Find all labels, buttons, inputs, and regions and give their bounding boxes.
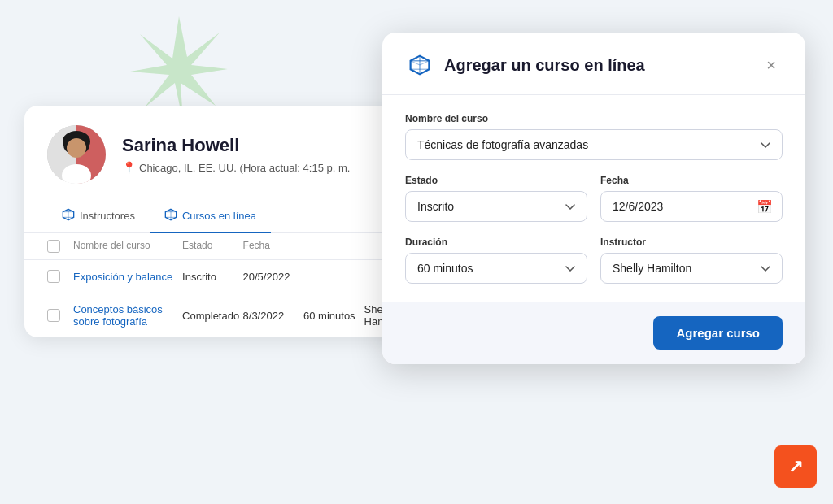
duracion-instructor-row: Duración 60 minutos Instructor Shelly Ha… xyxy=(405,237,783,284)
header-checkbox[interactable] xyxy=(47,240,60,253)
modal-footer: Agregar curso xyxy=(382,302,805,364)
profile-location: 📍 Chicago, IL, EE. UU. (Hora actual: 4:1… xyxy=(122,161,350,174)
corner-action-button[interactable]: ↗ xyxy=(774,445,817,488)
close-button[interactable]: × xyxy=(760,54,783,76)
fecha-input[interactable] xyxy=(600,191,783,222)
row2-course-name[interactable]: Conceptos básicos sobre fotografía xyxy=(73,303,182,328)
fecha-group: Fecha 📅 xyxy=(600,175,783,222)
row1-checkbox[interactable] xyxy=(47,270,60,283)
profile-info: Sarina Howell 📍 Chicago, IL, EE. UU. (Ho… xyxy=(122,135,350,174)
row1-estado: Inscrito xyxy=(182,271,242,283)
estado-label: Estado xyxy=(405,175,587,186)
row2-duracion: 60 minutos xyxy=(303,310,364,322)
add-course-button[interactable]: Agregar curso xyxy=(653,316,783,350)
course-name-select[interactable]: Técnicas de fotografía avanzadas xyxy=(405,129,783,160)
row2-estado: Completado xyxy=(182,310,242,322)
fecha-label: Fecha xyxy=(600,175,783,186)
duracion-label: Duración xyxy=(405,237,587,248)
tab-instructores[interactable]: Instructores xyxy=(47,200,150,233)
cube-icon-tab2 xyxy=(164,208,177,224)
instructor-select[interactable]: Shelly Hamilton xyxy=(600,253,783,284)
row1-check xyxy=(47,270,73,283)
svg-rect-9 xyxy=(65,167,88,184)
course-name-label: Nombre del curso xyxy=(405,113,783,124)
row1-fecha: 20/5/2022 xyxy=(243,271,303,283)
duracion-select[interactable]: 60 minutos xyxy=(405,253,587,284)
modal-title-row: Agregar un curso en línea xyxy=(405,50,645,80)
date-input-wrapper: 📅 xyxy=(600,191,783,222)
estado-group: Estado Inscrito xyxy=(405,175,587,222)
course-name-group: Nombre del curso Técnicas de fotografía … xyxy=(405,113,783,160)
tab-cursos[interactable]: Cursos en línea xyxy=(150,200,271,233)
estado-fecha-row: Estado Inscrito Fecha 📅 xyxy=(405,175,783,222)
arrow-icon: ↗ xyxy=(788,456,803,477)
modal-header: Agregar un curso en línea × xyxy=(382,33,805,95)
instructor-group: Instructor Shelly Hamilton xyxy=(600,237,783,284)
modal-cube-icon xyxy=(405,50,434,80)
location-icon: 📍 xyxy=(122,161,136,174)
modal-title: Agregar un curso en línea xyxy=(444,56,645,75)
tab-instructores-label: Instructores xyxy=(80,210,135,222)
tab-cursos-label: Cursos en línea xyxy=(182,210,256,222)
col-name-header: Nombre del curso xyxy=(73,240,182,253)
estado-select[interactable]: Inscrito xyxy=(405,191,587,222)
svg-point-7 xyxy=(67,138,86,158)
avatar xyxy=(47,125,106,184)
col-dur-header xyxy=(303,240,364,253)
duracion-group: Duración 60 minutos xyxy=(405,237,587,284)
col-fecha-header: Fecha xyxy=(243,240,303,253)
add-course-modal: Agregar un curso en línea × Nombre del c… xyxy=(382,33,805,364)
row2-checkbox[interactable] xyxy=(47,309,60,322)
location-text: Chicago, IL, EE. UU. (Hora actual: 4:15 … xyxy=(139,162,350,174)
instructor-label: Instructor xyxy=(600,237,783,248)
cube-icon-tab1 xyxy=(62,208,75,224)
row2-check xyxy=(47,309,73,322)
row1-course-name[interactable]: Exposición y balance xyxy=(73,271,182,283)
row2-fecha: 8/3/2022 xyxy=(243,310,303,322)
profile-name: Sarina Howell xyxy=(122,135,350,156)
col-check xyxy=(47,240,73,253)
modal-body: Nombre del curso Técnicas de fotografía … xyxy=(382,95,805,302)
col-estado-header: Estado xyxy=(182,240,242,253)
